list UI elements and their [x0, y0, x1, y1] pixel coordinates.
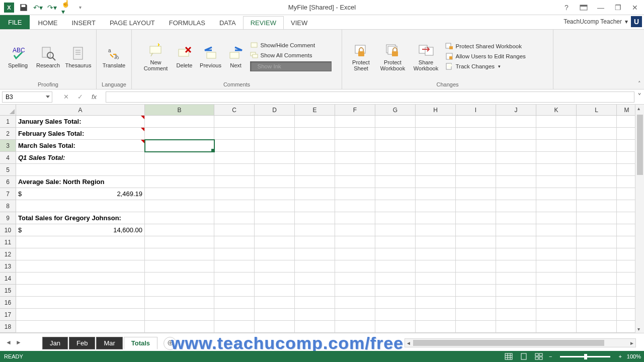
zoom-in-icon[interactable]: + [618, 353, 621, 359]
cell[interactable] [577, 285, 617, 297]
cell[interactable] [145, 200, 214, 212]
zoom-out-icon[interactable]: − [549, 353, 552, 359]
cell[interactable] [295, 128, 335, 140]
cell[interactable]: March Sales Total: [16, 140, 145, 152]
cell[interactable] [335, 309, 375, 321]
cell[interactable] [577, 128, 617, 140]
cell[interactable] [16, 321, 145, 333]
previous-comment-button[interactable]: Previous [198, 44, 224, 68]
cell[interactable] [214, 236, 255, 248]
column-header-K[interactable]: K [536, 105, 577, 116]
cell[interactable] [16, 297, 145, 309]
qat-redo-icon[interactable]: ↷▾ [47, 3, 56, 12]
cell[interactable]: February Sales Total: [16, 128, 145, 140]
row-header[interactable]: 17 [0, 309, 16, 321]
cell[interactable] [536, 297, 577, 309]
column-header-E[interactable]: E [295, 105, 335, 116]
collapse-ribbon-icon[interactable]: ˄ [638, 80, 641, 87]
cell[interactable] [617, 321, 637, 333]
cell[interactable] [214, 212, 255, 224]
sheet-tab-feb[interactable]: Feb [69, 337, 95, 349]
cell[interactable] [536, 248, 577, 260]
cell[interactable] [16, 309, 145, 321]
cell[interactable] [536, 212, 577, 224]
cell[interactable] [214, 128, 255, 140]
cell[interactable] [214, 321, 255, 333]
cell[interactable] [577, 164, 617, 176]
cell[interactable] [456, 273, 496, 285]
cell[interactable]: Q1 Sales Total: [16, 152, 145, 164]
cell[interactable] [416, 176, 456, 188]
cell[interactable] [16, 285, 145, 297]
cell[interactable] [255, 273, 295, 285]
column-header-C[interactable]: C [214, 105, 255, 116]
sheet-tab-totals[interactable]: Totals [124, 337, 157, 349]
cell[interactable]: January Sales Total: [16, 116, 145, 128]
show-all-comments-button[interactable]: Show All Comments [250, 51, 332, 59]
cell[interactable] [456, 164, 496, 176]
cell[interactable] [496, 309, 536, 321]
cell[interactable] [456, 212, 496, 224]
cell[interactable] [536, 152, 577, 164]
cell[interactable] [214, 285, 255, 297]
cell[interactable] [496, 285, 536, 297]
cell[interactable] [295, 224, 335, 236]
cell[interactable] [145, 321, 214, 333]
tab-review[interactable]: REVIEW [243, 16, 284, 29]
close-icon[interactable]: ✕ [630, 3, 640, 13]
row-header[interactable]: 3 [0, 140, 16, 152]
name-box[interactable]: B3 [2, 92, 52, 103]
column-header-F[interactable]: F [335, 105, 375, 116]
row-header[interactable]: 9 [0, 212, 16, 224]
row-header[interactable]: 13 [0, 260, 16, 273]
cell[interactable] [335, 273, 375, 285]
row-header[interactable]: 18 [0, 321, 16, 333]
column-header-A[interactable]: A [16, 105, 145, 116]
qat-customize-icon[interactable]: ▾ [75, 3, 85, 12]
cell[interactable] [577, 224, 617, 236]
cell[interactable] [295, 285, 335, 297]
cell[interactable] [375, 200, 416, 212]
cell[interactable] [295, 321, 335, 333]
cell[interactable] [496, 152, 536, 164]
cell[interactable] [295, 200, 335, 212]
cell[interactable] [577, 152, 617, 164]
cell[interactable] [255, 188, 295, 200]
cell[interactable] [577, 212, 617, 224]
cell[interactable] [416, 273, 456, 285]
cell[interactable] [255, 248, 295, 260]
cell[interactable] [416, 212, 456, 224]
cell[interactable] [255, 321, 295, 333]
row-header[interactable]: 2 [0, 128, 16, 140]
cell[interactable] [496, 212, 536, 224]
page-break-view-icon[interactable] [534, 352, 544, 361]
cell[interactable] [456, 116, 496, 128]
account-name[interactable]: TeachUcomp Teacher [564, 18, 622, 25]
column-header-B[interactable]: B [145, 105, 214, 116]
cell[interactable] [16, 260, 145, 273]
cell[interactable] [375, 188, 416, 200]
tab-data[interactable]: DATA [212, 17, 243, 29]
cell[interactable] [295, 116, 335, 128]
row-header[interactable]: 15 [0, 285, 16, 297]
cell[interactable] [255, 224, 295, 236]
cell[interactable] [416, 260, 456, 273]
cell[interactable] [375, 273, 416, 285]
cell[interactable] [214, 200, 255, 212]
cell[interactable] [456, 140, 496, 152]
cell[interactable] [617, 212, 637, 224]
cell[interactable] [214, 273, 255, 285]
cell[interactable] [536, 260, 577, 273]
cell[interactable] [335, 188, 375, 200]
cell[interactable] [295, 188, 335, 200]
cell[interactable] [456, 297, 496, 309]
zoom-slider[interactable] [560, 356, 610, 357]
cell[interactable] [255, 128, 295, 140]
cell[interactable] [617, 224, 637, 236]
cell[interactable] [416, 116, 456, 128]
tab-insert[interactable]: INSERT [64, 17, 102, 29]
cell[interactable] [255, 140, 295, 152]
cell[interactable] [416, 224, 456, 236]
spelling-button[interactable]: ABC Spelling [4, 44, 33, 68]
cell[interactable] [577, 188, 617, 200]
